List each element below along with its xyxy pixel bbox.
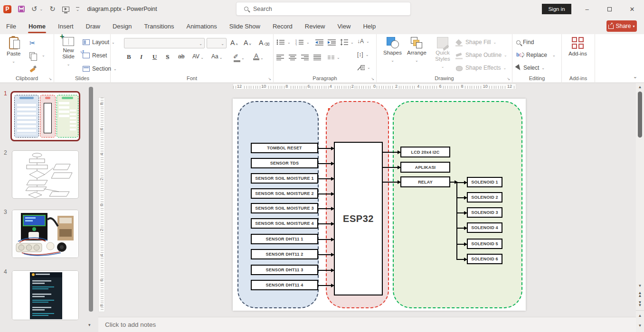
- bold-button[interactable]: B: [127, 53, 131, 61]
- tab-draw[interactable]: Draw: [80, 18, 106, 34]
- paragraph-dialog-launcher[interactable]: ↘: [371, 77, 374, 81]
- input-box-dht11-3[interactable]: SENSOR DHT11 3: [251, 265, 318, 275]
- start-slideshow-icon[interactable]: [62, 7, 69, 12]
- slide-3-thumbnail[interactable]: [12, 210, 79, 258]
- search-input[interactable]: Search: [236, 2, 411, 16]
- increase-font-size-button[interactable]: A˄: [230, 39, 238, 46]
- scroll-down-icon[interactable]: ▼: [636, 284, 644, 288]
- tab-help[interactable]: Help: [357, 18, 382, 34]
- close-button[interactable]: ✕: [621, 0, 643, 18]
- align-center-button[interactable]: [289, 54, 296, 60]
- collapse-ribbon-button[interactable]: ⌄: [633, 74, 637, 80]
- character-spacing-button[interactable]: AV⌄: [192, 53, 204, 60]
- minimize-button[interactable]: –: [576, 0, 598, 18]
- clear-formatting-button[interactable]: A⌫: [259, 39, 270, 46]
- notes-scroll-up-icon[interactable]: ▲: [636, 314, 644, 318]
- change-case-button[interactable]: Aa⌄: [211, 53, 222, 60]
- next-slide-button[interactable]: ▼▼: [636, 301, 644, 307]
- decrease-indent-button[interactable]: [315, 39, 323, 46]
- solenoid-box-3[interactable]: SOLENOID 3: [467, 207, 502, 218]
- redo-icon[interactable]: ↻: [49, 5, 56, 13]
- slide-1-thumbnail[interactable]: [10, 91, 80, 141]
- input-box-soil-moisture-3[interactable]: SENSOR SOIL MOISTURE 3: [251, 203, 318, 213]
- tab-slide-show[interactable]: Slide Show: [223, 18, 266, 34]
- notes-pane[interactable]: Click to add notes: [98, 317, 636, 332]
- sign-in-button[interactable]: Sign in: [542, 4, 571, 14]
- addins-button[interactable]: Add-ins: [568, 37, 587, 57]
- copy-button[interactable]: ⌄: [29, 52, 45, 58]
- output-zone[interactable]: [393, 101, 522, 308]
- select-button[interactable]: Select⌄: [516, 65, 545, 71]
- maximize-restore-button[interactable]: [598, 0, 620, 18]
- tab-animations[interactable]: Animations: [180, 18, 223, 34]
- font-color-button[interactable]: A⌄: [253, 53, 264, 60]
- esp32-box[interactable]: ESP32: [334, 142, 383, 295]
- shape-effects-button[interactable]: Shape Effects⌄: [455, 65, 506, 71]
- undo-dropdown-icon[interactable]: ⌄: [40, 7, 43, 11]
- solenoid-box-5[interactable]: SOLENOID 5: [467, 239, 502, 249]
- format-painter-button[interactable]: [29, 65, 36, 72]
- output-box-aplikasi[interactable]: APLIKASI: [400, 162, 450, 173]
- arrange-button[interactable]: Arrange ⌄: [407, 37, 426, 64]
- font-name-combo[interactable]: ⌄: [124, 38, 205, 48]
- quick-styles-button[interactable]: Quick Styles ⌄: [433, 37, 453, 70]
- layout-button[interactable]: Layout⌄: [83, 39, 115, 46]
- paste-button[interactable]: Paste ⌄: [7, 37, 20, 65]
- font-dialog-launcher[interactable]: ↘: [268, 77, 271, 81]
- tab-transitions[interactable]: Transitions: [138, 18, 180, 34]
- input-box-dht11-2[interactable]: SENSOR DHT11 2: [251, 249, 318, 259]
- input-box-soil-moisture-2[interactable]: SENSOR SOIL MOISTURE 2: [251, 188, 318, 199]
- thumbnail-scroll-down-icon[interactable]: ▾: [88, 323, 91, 327]
- numbering-button[interactable]: 123 ⌄: [295, 39, 310, 46]
- align-left-button[interactable]: [276, 54, 284, 60]
- align-text-button[interactable]: [↕]⌄: [357, 51, 369, 58]
- input-box-tombol-reset[interactable]: TOMBOL RESET: [251, 143, 318, 153]
- output-box-lcd[interactable]: LCD 20x4 I2C: [400, 147, 450, 157]
- share-button[interactable]: Share ▾: [606, 20, 637, 32]
- input-box-soil-moisture-1[interactable]: SENSOR SOIL MOISTURE 1: [251, 173, 318, 184]
- tab-insert[interactable]: Insert: [52, 18, 80, 34]
- convert-smartart-button[interactable]: ⌄: [357, 65, 370, 71]
- align-right-button[interactable]: [301, 54, 309, 60]
- cut-button[interactable]: ✂: [29, 39, 36, 47]
- italic-button[interactable]: I: [140, 53, 142, 61]
- tab-review[interactable]: Review: [299, 18, 331, 34]
- tab-record[interactable]: Record: [266, 18, 299, 34]
- reset-button[interactable]: Reset: [83, 52, 107, 59]
- scroll-up-icon[interactable]: ▲: [636, 85, 644, 89]
- tab-design[interactable]: Design: [106, 18, 138, 34]
- powerpoint-logo-icon[interactable]: P: [3, 5, 11, 13]
- previous-slide-button[interactable]: ▲▲: [636, 292, 644, 297]
- customize-quick-access-icon[interactable]: ⌄: [76, 7, 80, 11]
- columns-button[interactable]: ⌄: [328, 55, 340, 60]
- replace-button[interactable]: bc⤸Replace⌄: [516, 52, 556, 58]
- slide-4-thumbnail[interactable]: [12, 270, 79, 320]
- output-box-relay[interactable]: RELAY: [400, 176, 450, 187]
- solenoid-box-6[interactable]: SOLENOID 6: [467, 254, 502, 264]
- solenoid-box-1[interactable]: SOLENOID 1: [467, 177, 502, 187]
- slide-2-thumbnail[interactable]: [12, 150, 79, 199]
- shape-fill-button[interactable]: Shape Fill⌄: [455, 39, 496, 46]
- font-size-combo[interactable]: ⌄: [207, 38, 227, 48]
- shapes-button[interactable]: Shapes ⌄: [383, 37, 402, 64]
- scrollbar-thumb[interactable]: [638, 92, 642, 138]
- drawing-dialog-launcher[interactable]: ↘: [507, 77, 510, 81]
- input-box-dht11-4[interactable]: SENSOR DHT11 4: [251, 280, 318, 290]
- underline-button[interactable]: U: [152, 53, 157, 61]
- undo-icon[interactable]: ↺: [31, 5, 38, 13]
- increase-indent-button[interactable]: [328, 39, 336, 46]
- find-button[interactable]: Find: [516, 39, 534, 46]
- solenoid-box-2[interactable]: SOLENOID 2: [467, 192, 502, 203]
- decrease-font-size-button[interactable]: A˅: [244, 39, 251, 46]
- input-box-dht11-1[interactable]: SENSOR DHT11 1: [251, 234, 318, 244]
- clipboard-dialog-launcher[interactable]: ↘: [48, 77, 52, 81]
- solenoid-box-4[interactable]: SOLENOID 4: [467, 222, 502, 233]
- thumbnail-panel-scrollbar[interactable]: [89, 87, 93, 312]
- tab-view[interactable]: View: [331, 18, 357, 34]
- input-box-sensor-tds[interactable]: SENSOR TDS: [251, 158, 318, 168]
- bullets-button[interactable]: ⌄: [276, 39, 291, 46]
- text-direction-button[interactable]: ↓A⌄: [357, 38, 369, 45]
- save-icon[interactable]: [18, 6, 25, 12]
- highlight-color-button[interactable]: ✐⌄: [233, 53, 245, 60]
- shape-outline-button[interactable]: Shape Outline⌄: [455, 52, 507, 58]
